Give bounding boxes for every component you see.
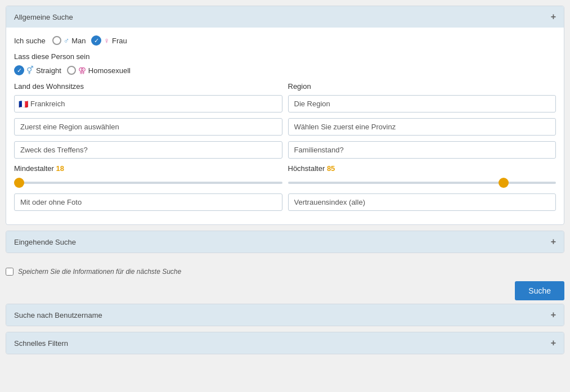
ich-suche-frau[interactable]: ✓ ♀ Frau: [91, 35, 127, 46]
familienstand-wrapper: Familienstand?: [288, 141, 556, 159]
benutzername-header[interactable]: Suche nach Benutzername +: [6, 304, 564, 326]
schnelles-filtern-expand-icon: +: [551, 338, 556, 348]
mindestalter-label-group: Mindestalter 18: [14, 164, 282, 173]
straight-checked-icon: ✓: [14, 65, 24, 75]
min-age-slider[interactable]: [14, 182, 282, 184]
search-button[interactable]: Suche: [515, 281, 564, 300]
provinz-row: Zuerst eine Region auswählen Wählen Sie …: [14, 118, 556, 136]
provinz2-select[interactable]: Wählen Sie zuerst eine Provinz: [288, 118, 556, 136]
eingehende-suche-header[interactable]: Eingehende Suche +: [6, 231, 564, 253]
man-gender-icon: ♂: [64, 36, 70, 45]
eingehende-suche-expand-icon: +: [551, 237, 556, 247]
save-search-section: Speichern Sie die Informationen für die …: [6, 259, 564, 304]
straight-label: Straight: [36, 66, 61, 75]
provinz2-wrapper: Wählen Sie zuerst eine Provinz: [288, 118, 556, 136]
land-field-group: Land des Wohnsitzes 🇫🇷 Frankreich: [14, 82, 282, 112]
zweck-wrapper: Zweck des Treffens?: [14, 141, 282, 159]
region-select-wrapper: Die Region: [288, 95, 556, 112]
hochstalter-group: Höchstalter 85: [288, 164, 556, 188]
benutzername-panel: Suche nach Benutzername +: [6, 304, 564, 326]
provinz1-wrapper: Zuerst eine Region auswählen: [14, 118, 282, 136]
max-slider-container: [288, 175, 556, 188]
region-select[interactable]: Die Region: [288, 95, 556, 112]
search-btn-row: Suche: [6, 281, 564, 300]
land-region-row: Land des Wohnsitzes 🇫🇷 Frankreich Region…: [14, 82, 556, 112]
frau-checked-icon: ✓: [91, 35, 101, 46]
eingehende-suche-panel: Eingehende Suche +: [6, 231, 564, 253]
hochstalter-label: Höchstalter: [288, 164, 325, 173]
vertrauen-wrapper: Vertrauensindex (alle): [288, 193, 556, 211]
straight-option[interactable]: ✓ ⚥ Straight: [14, 65, 61, 75]
region-field-group: Region Die Region: [288, 82, 556, 112]
benutzername-title: Suche nach Benutzername: [14, 311, 102, 319]
allgemeine-suche-body: Ich suche ♂ Man ✓ ♀ Frau Lass diese Pers…: [6, 28, 564, 224]
schnelles-filtern-title: Schnelles Filtern: [14, 339, 68, 348]
ich-suche-man[interactable]: ♂ Man: [52, 36, 86, 45]
homosexuell-label: Homosexuell: [88, 66, 131, 75]
allgemeine-suche-title: Allgemeine Suche: [14, 13, 73, 21]
familienstand-select[interactable]: Familienstand?: [288, 141, 556, 159]
allgemeine-suche-panel: Allgemeine Suche + Ich suche ♂ Man ✓ ♀ F…: [6, 6, 564, 225]
ich-suche-options: ♂ Man ✓ ♀ Frau: [52, 35, 127, 46]
max-age-slider[interactable]: [288, 182, 556, 184]
man-radio[interactable]: [52, 36, 61, 45]
schnelles-filtern-panel: Schnelles Filtern +: [6, 332, 564, 354]
eingehende-suche-title: Eingehende Suche: [14, 238, 76, 246]
lass-sein-options: ✓ ⚥ Straight ⚢ Homosexuell: [14, 65, 556, 75]
lass-sein-label: Lass diese Person sein: [14, 52, 556, 61]
homosexuell-gender-icon: ⚢: [78, 66, 86, 75]
region-label: Region: [288, 82, 556, 91]
foto-select[interactable]: Mit oder ohne Foto: [14, 193, 282, 211]
age-section: Mindestalter 18 Höchstalter 85: [14, 164, 556, 188]
min-slider-container: [14, 175, 282, 188]
schnelles-filtern-header[interactable]: Schnelles Filtern +: [6, 332, 564, 354]
vertrauen-select[interactable]: Vertrauensindex (alle): [288, 193, 556, 211]
benutzername-expand-icon: +: [551, 310, 556, 320]
lass-sein-section: Lass diese Person sein ✓ ⚥ Straight ⚢ Ho…: [14, 52, 556, 75]
save-checkbox[interactable]: [6, 268, 14, 276]
allgemeine-suche-expand-icon: +: [551, 12, 556, 22]
zweck-select[interactable]: Zweck des Treffens?: [14, 141, 282, 159]
foto-wrapper: Mit oder ohne Foto: [14, 193, 282, 211]
save-label: Speichern Sie die Informationen für die …: [18, 268, 181, 276]
zweck-familienstand-row: Zweck des Treffens? Familienstand?: [14, 141, 556, 159]
age-labels-row: Mindestalter 18 Höchstalter 85: [14, 164, 556, 188]
frau-label: Frau: [112, 37, 127, 45]
land-select-wrapper: 🇫🇷 Frankreich: [14, 95, 282, 112]
mindestalter-label: Mindestalter: [14, 164, 54, 173]
frau-gender-icon: ♀: [104, 36, 110, 45]
ich-suche-row: Ich suche ♂ Man ✓ ♀ Frau: [14, 35, 556, 46]
hochstalter-value: 85: [327, 164, 335, 173]
mindestalter-value: 18: [56, 164, 64, 173]
land-label: Land des Wohnsitzes: [14, 82, 282, 91]
hochstalter-label-group: Höchstalter 85: [288, 164, 556, 173]
save-row: Speichern Sie die Informationen für die …: [6, 268, 564, 276]
homosexuell-option[interactable]: ⚢ Homosexuell: [67, 66, 131, 75]
mindestalter-group: Mindestalter 18: [14, 164, 282, 188]
land-select[interactable]: Frankreich: [14, 95, 282, 112]
man-label: Man: [71, 37, 86, 45]
homosexuell-radio[interactable]: [67, 66, 76, 75]
ich-suche-label: Ich suche: [14, 37, 46, 45]
foto-vertrauen-row: Mit oder ohne Foto Vertrauensindex (alle…: [14, 193, 556, 211]
straight-gender-icon: ⚥: [26, 66, 34, 75]
allgemeine-suche-header[interactable]: Allgemeine Suche +: [6, 6, 564, 28]
provinz1-select[interactable]: Zuerst eine Region auswählen: [14, 118, 282, 136]
